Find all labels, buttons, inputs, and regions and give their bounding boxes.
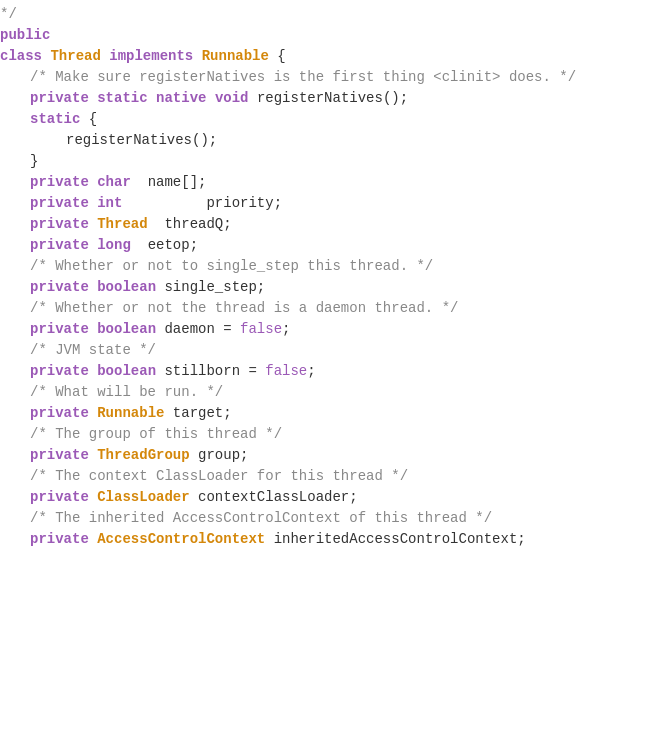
code-line: static { (0, 109, 666, 130)
code-token: threadQ; (148, 214, 232, 235)
code-token: contextClassLoader; (190, 487, 358, 508)
code-token (89, 277, 97, 298)
code-line: private long eetop; (0, 235, 666, 256)
code-line: private Thread threadQ; (0, 214, 666, 235)
code-token: boolean (97, 319, 156, 340)
code-token: private (30, 277, 89, 298)
code-token: ThreadGroup (97, 445, 189, 466)
code-line: */ (0, 4, 666, 25)
code-token: /* Whether or not the thread is a daemon… (30, 298, 458, 319)
code-token: private (30, 193, 89, 214)
code-token: target; (164, 403, 231, 424)
code-token: /* Make sure registerNatives is the firs… (30, 67, 576, 88)
code-token (89, 445, 97, 466)
code-token: private (30, 529, 89, 550)
code-token (148, 88, 156, 109)
code-token: daemon = (156, 319, 240, 340)
code-token: /* The group of this thread */ (30, 424, 282, 445)
code-token: /* The inherited AccessControlContext of… (30, 508, 492, 529)
code-line: /* The group of this thread */ (0, 424, 666, 445)
code-token: class (0, 46, 42, 67)
code-token: single_step; (156, 277, 265, 298)
code-line: private char name[]; (0, 172, 666, 193)
code-line: private AccessControlContext inheritedAc… (0, 529, 666, 550)
code-token: AccessControlContext (97, 529, 265, 550)
code-token (89, 193, 97, 214)
code-token (89, 529, 97, 550)
code-token (89, 361, 97, 382)
code-token: } (30, 151, 38, 172)
code-token: name[]; (131, 172, 207, 193)
code-token: registerNatives(); (66, 130, 217, 151)
code-line: /* Make sure registerNatives is the firs… (0, 67, 666, 88)
code-container: */publicclass Thread implements Runnable… (0, 0, 666, 732)
code-token: /* Whether or not to single_step this th… (30, 256, 433, 277)
code-token: ClassLoader (97, 487, 189, 508)
code-token: native (156, 88, 206, 109)
code-token: /* The context ClassLoader for this thre… (30, 466, 408, 487)
code-token: char (97, 172, 131, 193)
code-token: false (265, 361, 307, 382)
code-token: inheritedAccessControlContext; (265, 529, 525, 550)
code-token (101, 46, 109, 67)
code-token: private (30, 235, 89, 256)
code-token: ; (282, 319, 290, 340)
code-line: private int priority; (0, 193, 666, 214)
code-token: boolean (97, 361, 156, 382)
code-token: private (30, 214, 89, 235)
code-line: private boolean stillborn = false; (0, 361, 666, 382)
code-line: } (0, 151, 666, 172)
code-line: public (0, 25, 666, 46)
code-token: priority; (122, 193, 282, 214)
code-line: private ThreadGroup group; (0, 445, 666, 466)
code-token: Runnable (97, 403, 164, 424)
code-line: private ClassLoader contextClassLoader; (0, 487, 666, 508)
code-token: stillborn = (156, 361, 265, 382)
code-token: private (30, 172, 89, 193)
code-token: void (215, 88, 249, 109)
code-token (193, 46, 201, 67)
code-token: private (30, 361, 89, 382)
code-line: /* The inherited AccessControlContext of… (0, 508, 666, 529)
code-token: implements (109, 46, 193, 67)
code-token (89, 235, 97, 256)
code-token: registerNatives(); (248, 88, 408, 109)
code-token: Thread (50, 46, 100, 67)
code-token: Runnable (202, 46, 269, 67)
code-token (89, 214, 97, 235)
code-token: private (30, 445, 89, 466)
code-token (89, 172, 97, 193)
code-token: public (0, 25, 50, 46)
code-token: static (97, 88, 147, 109)
code-token: { (269, 46, 286, 67)
code-token (206, 88, 214, 109)
code-line: private boolean daemon = false; (0, 319, 666, 340)
code-line: registerNatives(); (0, 130, 666, 151)
code-line: class Thread implements Runnable { (0, 46, 666, 67)
code-line: private static native void registerNativ… (0, 88, 666, 109)
code-line: /* What will be run. */ (0, 382, 666, 403)
code-token: eetop; (131, 235, 198, 256)
code-line: private boolean single_step; (0, 277, 666, 298)
code-token: private (30, 403, 89, 424)
code-token: static (30, 109, 80, 130)
code-token: { (80, 109, 97, 130)
code-token: private (30, 319, 89, 340)
code-token (89, 319, 97, 340)
code-token: private (30, 487, 89, 508)
code-token: long (97, 235, 131, 256)
code-token: int (97, 193, 122, 214)
code-token: private (30, 88, 89, 109)
code-line: /* Whether or not to single_step this th… (0, 256, 666, 277)
code-token (89, 403, 97, 424)
code-token: Thread (97, 214, 147, 235)
code-token (89, 487, 97, 508)
code-token: /* What will be run. */ (30, 382, 223, 403)
code-token: boolean (97, 277, 156, 298)
code-line: /* The context ClassLoader for this thre… (0, 466, 666, 487)
code-token: false (240, 319, 282, 340)
code-token: group; (190, 445, 249, 466)
code-line: /* Whether or not the thread is a daemon… (0, 298, 666, 319)
code-line: /* JVM state */ (0, 340, 666, 361)
code-token (89, 88, 97, 109)
